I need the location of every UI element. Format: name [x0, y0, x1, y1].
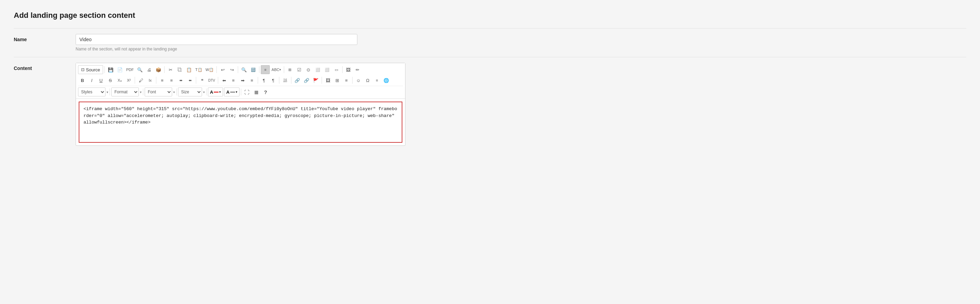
- separator-16: [352, 77, 353, 84]
- show-blocks-button[interactable]: ¶: [259, 76, 268, 85]
- select-button[interactable]: ⬜: [323, 65, 332, 74]
- replace-button[interactable]: 🔡: [249, 65, 258, 74]
- div-button[interactable]: DTV: [207, 76, 216, 85]
- copyformat-button[interactable]: 🖊: [137, 76, 145, 85]
- spellcheck-icon: ABC: [272, 68, 279, 72]
- select-all-button[interactable]: ≡: [261, 65, 270, 74]
- new-page-button[interactable]: 📄: [115, 65, 124, 74]
- textfield-icon: ⬜: [315, 68, 320, 72]
- cut-button[interactable]: ✂: [166, 65, 175, 74]
- separator-18: [143, 89, 143, 95]
- bg-color-arrow: ▾: [236, 90, 237, 94]
- smiley-button[interactable]: ☺: [354, 76, 363, 85]
- indent-icon: ⬌: [179, 78, 183, 83]
- align-left-button[interactable]: ⬅: [220, 76, 229, 85]
- name-input[interactable]: [76, 34, 357, 45]
- unordered-list-button[interactable]: ≡: [167, 76, 176, 85]
- radio-button[interactable]: ⊙: [304, 65, 313, 74]
- preview-button[interactable]: 🔍: [135, 65, 144, 74]
- format-select[interactable]: Format: [111, 87, 139, 97]
- show-blocks-icon2: ▦: [254, 90, 258, 95]
- separator-8: [135, 77, 135, 84]
- separator-12: [258, 77, 258, 84]
- insert-image-button[interactable]: 🖼: [323, 76, 332, 85]
- anchor-button[interactable]: 🚩: [311, 76, 320, 85]
- styles-select[interactable]: Styles: [78, 87, 105, 97]
- horizontal-rule-button[interactable]: ≡: [372, 76, 382, 85]
- pdf-button[interactable]: PDF: [125, 65, 135, 74]
- save-button[interactable]: 💾: [106, 65, 115, 74]
- name-hint: Name of the section, will not appear in …: [76, 47, 966, 51]
- superscript-button[interactable]: X²: [124, 76, 133, 85]
- strikethrough-button[interactable]: S: [106, 76, 115, 85]
- align-justify-icon: ≡: [250, 78, 253, 83]
- removeformat-button[interactable]: Ix: [146, 76, 154, 85]
- align-table-button[interactable]: ≡: [342, 76, 351, 85]
- underline-button[interactable]: U: [97, 76, 105, 85]
- separator-11: [218, 77, 218, 84]
- preview-icon: 🔍: [137, 67, 143, 73]
- format-button[interactable]: ⊞: [286, 65, 294, 74]
- spellcheck-arrow: ▾: [279, 68, 281, 71]
- editor-content[interactable]: <iframe width="560" height="315" src="ht…: [79, 101, 402, 143]
- paste-button[interactable]: 📋: [185, 65, 194, 74]
- paste-word-button[interactable]: W📋: [204, 65, 215, 74]
- iframe-button[interactable]: 🌐: [382, 76, 391, 85]
- size-select[interactable]: Size: [178, 87, 202, 97]
- separator-13: [279, 77, 279, 84]
- language-button[interactable]: 話: [281, 76, 290, 85]
- font-color-button[interactable]: A ▾: [208, 87, 223, 97]
- save-icon: 💾: [108, 67, 113, 73]
- bold-button[interactable]: B: [78, 76, 87, 85]
- find-icon: 🔍: [241, 67, 247, 73]
- special-char-button[interactable]: Ω: [363, 76, 372, 85]
- maximize-button[interactable]: ⛶: [243, 87, 251, 97]
- unlink-icon: 🔗: [304, 78, 309, 83]
- template-button[interactable]: 📦: [154, 65, 163, 74]
- find-button[interactable]: 🔍: [240, 65, 248, 74]
- align-center-button[interactable]: ≡: [229, 76, 238, 85]
- source-button[interactable]: ⊡ Source: [78, 65, 103, 74]
- unlink-button[interactable]: 🔗: [302, 76, 311, 85]
- indent-button[interactable]: ⬌: [176, 76, 185, 85]
- horizontal-rule-icon: ≡: [376, 78, 378, 82]
- undo-button[interactable]: ↩: [218, 65, 227, 74]
- edit-button[interactable]: ✏: [353, 65, 362, 74]
- image-button[interactable]: 🖼: [344, 65, 353, 74]
- outdent-button[interactable]: ⬌: [186, 76, 194, 85]
- styles-arrow: ▾: [107, 90, 108, 94]
- textfield-button[interactable]: ⬜: [313, 65, 322, 74]
- align-right-icon: ➡: [241, 78, 245, 83]
- spellcheck-button[interactable]: ABC ▾: [270, 65, 282, 74]
- link-icon: 🔗: [294, 78, 300, 83]
- help-button[interactable]: ?: [261, 87, 270, 97]
- select-all-icon: ≡: [264, 68, 266, 72]
- paste-text-button[interactable]: T📋: [194, 65, 204, 74]
- subscript-button[interactable]: X₂: [115, 76, 124, 85]
- italic-button[interactable]: I: [87, 76, 96, 85]
- show-blocks-btn2[interactable]: ▦: [252, 87, 261, 97]
- font-select[interactable]: Font: [145, 87, 172, 97]
- align-right-button[interactable]: ➡: [238, 76, 247, 85]
- redo-button[interactable]: ↪: [228, 65, 236, 74]
- language-icon: 話: [283, 78, 287, 83]
- source-label: Source: [86, 67, 100, 73]
- ordered-list-button[interactable]: ≡: [158, 76, 167, 85]
- copy-button[interactable]: ⿻: [175, 65, 184, 74]
- blockquote-button[interactable]: ❝: [197, 76, 207, 85]
- show-borders-button[interactable]: ¶: [269, 76, 278, 85]
- separator-9: [156, 77, 156, 84]
- checkbox-button[interactable]: ☑: [295, 65, 304, 74]
- show-blocks-icon: ¶: [263, 78, 265, 83]
- link-button[interactable]: 🔗: [293, 76, 302, 85]
- special-char-icon: Ω: [366, 78, 369, 83]
- bg-color-button[interactable]: A ▾: [224, 87, 239, 97]
- anchor-icon: 🚩: [313, 78, 318, 83]
- table-button[interactable]: ⊞: [332, 76, 342, 85]
- select-icon: ⬜: [325, 68, 329, 72]
- print-button[interactable]: 🖨: [145, 65, 154, 74]
- new-page-icon: 📄: [117, 67, 123, 73]
- align-justify-button[interactable]: ≡: [247, 76, 256, 85]
- textarea-button[interactable]: ▭: [332, 65, 341, 74]
- undo-icon: ↩: [221, 67, 225, 73]
